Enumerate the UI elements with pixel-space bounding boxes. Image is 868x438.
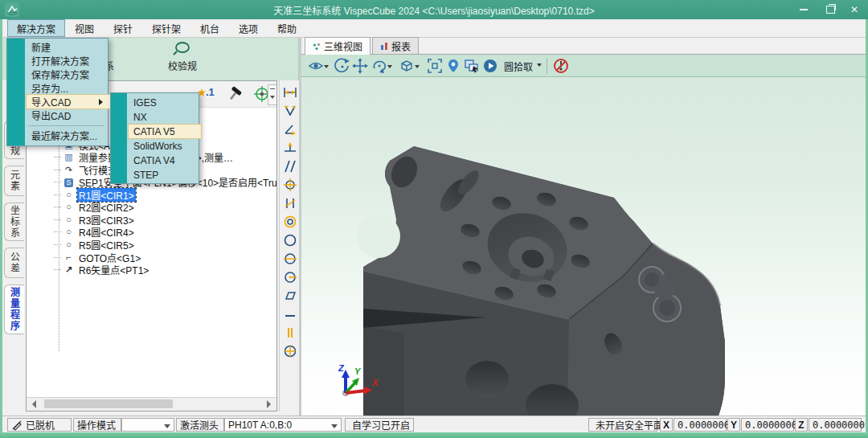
orbit-icon xyxy=(334,58,350,74)
menu-machine[interactable]: 机台 xyxy=(190,19,229,37)
menu-help[interactable]: 帮助 xyxy=(268,19,306,37)
zoom-fit-button[interactable] xyxy=(426,57,444,75)
gdt-distance-icon[interactable] xyxy=(281,84,299,101)
safety-plane-icon: S xyxy=(63,178,75,187)
gauge-check-button[interactable]: 校验规 xyxy=(160,41,205,72)
view3d-tab-icon xyxy=(313,43,321,51)
close-button[interactable]: ✕ xyxy=(842,0,866,19)
svg-text:Z: Z xyxy=(338,363,345,373)
select-layer-button[interactable] xyxy=(463,57,481,75)
menu-item-open-solution[interactable]: 打开解决方案 xyxy=(31,54,89,68)
submenu-item-nx[interactable]: NX xyxy=(133,110,147,124)
zoom-fit-icon xyxy=(427,58,443,74)
menu-item-recent-solutions[interactable]: 最近解决方案... xyxy=(31,129,97,142)
gdt-straightness-icon[interactable] xyxy=(281,305,299,323)
scroll-thumb[interactable] xyxy=(44,399,173,408)
submenu-item-solidworks[interactable]: SolidWorks xyxy=(133,139,182,153)
self-learn-status[interactable]: 自学习已开启 xyxy=(345,418,414,432)
status-bar: 已脱机 操作模式 激活测头 PH10T A:0,B:0 自学习已开启 未开启安全… xyxy=(2,415,866,432)
tree-horizontal-scrollbar[interactable] xyxy=(27,397,276,411)
build-button[interactable] xyxy=(226,85,244,105)
menu-view[interactable]: 视图 xyxy=(65,19,104,37)
view-tab-bar: 三维视图 报表 xyxy=(301,38,866,55)
x-coordinate-label: X xyxy=(660,418,673,432)
circle-pick-dropdown[interactable]: 圆拾取 xyxy=(501,57,545,75)
minimize-icon xyxy=(800,9,808,10)
menu-solution[interactable]: 解决方案 xyxy=(7,19,65,37)
submenu-item-iges[interactable]: IGES xyxy=(133,96,157,109)
toolbar-overflow-button[interactable] xyxy=(268,84,277,105)
operation-mode-label: 操作模式 xyxy=(73,418,121,432)
pan-button[interactable] xyxy=(351,57,369,75)
view-cube-button[interactable] xyxy=(398,57,420,75)
gdt-angularity-icon[interactable] xyxy=(281,194,299,212)
menu-item-new[interactable]: 新建 xyxy=(31,40,51,54)
hammer-icon xyxy=(226,85,244,103)
probe-disabled-button[interactable] xyxy=(552,57,570,75)
submenu-item-catia-v5[interactable]: CATIA V5 xyxy=(129,125,201,138)
active-probe-select[interactable]: PH10T A:0,B:0 xyxy=(224,418,342,432)
operation-mode-select[interactable] xyxy=(121,418,174,432)
circle-icon: ○ xyxy=(63,203,75,211)
goto-icon: ⌐ xyxy=(63,253,75,262)
scroll-right-arrow[interactable] xyxy=(267,400,275,408)
restore-button[interactable] xyxy=(818,0,842,19)
gdt-position-icon[interactable] xyxy=(281,176,299,194)
menu-probe[interactable]: 探针 xyxy=(104,19,142,37)
tab-tolerance[interactable]: 公差 xyxy=(4,248,24,278)
tree-row-vector-point[interactable]: ↗ R6矢量点<PT1> xyxy=(54,264,150,276)
dropdown-caret-icon xyxy=(387,65,392,71)
tab-report-label: 报表 xyxy=(391,39,411,53)
probe-disabled-icon xyxy=(553,58,569,74)
tree-row-circle-r5[interactable]: ○ R5圆<CIR5> xyxy=(54,239,136,251)
submenu-item-catia-v4[interactable]: CATIA V4 xyxy=(133,154,175,167)
tree-row-circle-r2[interactable]: ○ R2圆<CIR2> xyxy=(54,201,136,213)
gdt-perpendicularity-icon[interactable] xyxy=(281,139,299,157)
viewport-3d[interactable]: Z Y X xyxy=(301,77,866,415)
menu-options[interactable]: 选项 xyxy=(229,19,268,37)
layers-icon xyxy=(464,58,480,74)
gdt-total-runout-icon[interactable] xyxy=(281,342,299,360)
tab-elements[interactable]: 元素 xyxy=(4,166,24,196)
menu-item-save-as[interactable]: 另存为... xyxy=(31,81,68,95)
tab-3d-view[interactable]: 三维视图 xyxy=(305,37,371,55)
gdt-cylindricity-icon[interactable] xyxy=(281,250,299,268)
z-coordinate-label: Z xyxy=(795,418,808,432)
visibility-button[interactable] xyxy=(307,57,330,75)
menu-item-save-solution[interactable]: 保存解决方案 xyxy=(31,68,89,81)
gdt-symmetry-icon[interactable] xyxy=(281,324,299,342)
gdt-angle-icon[interactable] xyxy=(281,121,299,138)
tree-row-circle-r4[interactable]: ○ R4圆<CIR4> xyxy=(54,226,136,238)
gdt-flatness-icon[interactable] xyxy=(281,287,299,305)
rotate-view-button[interactable] xyxy=(371,57,393,75)
submenu-item-step[interactable]: STEP xyxy=(133,168,158,182)
decimal-display-button[interactable]: .1 xyxy=(198,86,215,98)
locate-pin-button[interactable] xyxy=(444,57,462,75)
tree-row-circle-r1[interactable]: ○ R1圆<CIR1> xyxy=(54,189,136,201)
cube-icon xyxy=(399,58,415,74)
gdt-angle-v-icon[interactable] xyxy=(281,102,299,120)
auto-run-button[interactable] xyxy=(481,57,499,75)
circle-icon: ○ xyxy=(63,227,75,236)
tree-row-goto[interactable]: ⌐ GOTO点<G1> xyxy=(54,252,142,264)
orbit-button[interactable] xyxy=(334,57,351,75)
dropdown-caret-icon xyxy=(331,424,338,432)
eye-icon xyxy=(308,59,324,72)
tree-row-circle-r3[interactable]: ○ R3圆<CIR3> xyxy=(54,214,136,226)
gdt-parallelism-icon[interactable] xyxy=(281,158,299,175)
map-pin-icon xyxy=(445,58,461,74)
tab-report[interactable]: 报表 xyxy=(372,37,419,54)
menu-item-import-cad[interactable]: 导入CAD xyxy=(27,95,110,108)
menu-item-export-cad[interactable]: 导出CAD xyxy=(31,108,71,122)
restore-icon xyxy=(826,6,835,14)
scroll-left-arrow[interactable] xyxy=(28,400,36,408)
gdt-runout-icon[interactable] xyxy=(281,268,299,286)
gdt-roundness-icon[interactable] xyxy=(281,231,299,249)
minimize-button[interactable] xyxy=(792,0,816,19)
tab-coordinate[interactable]: 坐标系 xyxy=(4,203,24,241)
title-bar: 天准三坐标系统 VispecCube 2024 <C:\Users\jiaosi… xyxy=(0,0,868,19)
solution-menu: 新建 打开解决方案 保存解决方案 另存为... 导入CAD 导出CAD 最近解决… xyxy=(6,38,108,146)
menu-probe-rack[interactable]: 探针架 xyxy=(142,19,190,37)
tab-measure-program[interactable]: 测量程序 xyxy=(4,284,24,334)
gdt-concentricity-icon[interactable] xyxy=(281,213,299,231)
